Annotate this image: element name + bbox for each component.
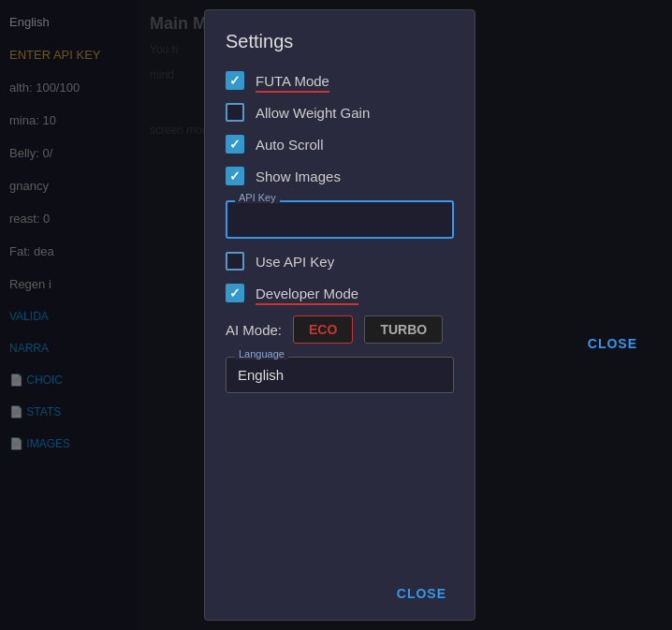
ai-mode-eco-button[interactable]: ECO (293, 315, 353, 344)
use-api-key-label: Use API Key (256, 254, 334, 270)
ai-mode-turbo-button[interactable]: TURBO (364, 315, 443, 344)
close-top-button[interactable]: CLOSE (588, 336, 637, 351)
auto-scroll-label: Auto Scroll (256, 137, 324, 153)
show-images-row[interactable]: Show Images (226, 167, 454, 185)
futa-mode-label: FUTA Mode (256, 73, 329, 89)
api-key-label: API Key (235, 192, 280, 203)
show-images-checkbox[interactable] (226, 167, 244, 185)
use-api-key-checkbox[interactable] (226, 252, 244, 271)
language-wrapper: Language English (226, 357, 454, 393)
allow-weight-gain-label: Allow Weight Gain (256, 105, 370, 121)
auto-scroll-checkbox[interactable] (226, 135, 244, 154)
language-label: Language (235, 348, 288, 359)
developer-mode-label: Developer Mode (256, 286, 358, 301)
show-images-label: Show Images (256, 168, 341, 184)
auto-scroll-row[interactable]: Auto Scroll (226, 135, 454, 154)
futa-mode-row[interactable]: FUTA Mode (226, 71, 454, 90)
use-api-key-row[interactable]: Use API Key (226, 252, 454, 271)
ai-mode-row: AI Mode: ECO TURBO (226, 315, 454, 344)
ai-mode-label: AI Mode: (226, 322, 282, 338)
close-modal-button[interactable]: CLOSE (389, 582, 454, 605)
futa-mode-checkbox[interactable] (226, 71, 244, 90)
allow-weight-gain-checkbox[interactable] (226, 103, 244, 122)
api-key-input[interactable] (226, 200, 454, 239)
api-key-wrapper: API Key (226, 200, 454, 239)
modal-footer: CLOSE (226, 582, 454, 605)
developer-mode-checkbox[interactable] (226, 284, 244, 302)
allow-weight-gain-row[interactable]: Allow Weight Gain (226, 103, 454, 122)
modal-title: Settings (226, 31, 454, 52)
developer-mode-row[interactable]: Developer Mode (226, 284, 454, 302)
language-value: English (226, 357, 454, 393)
settings-modal: Settings FUTA Mode Allow Weight Gain Aut… (204, 9, 475, 621)
